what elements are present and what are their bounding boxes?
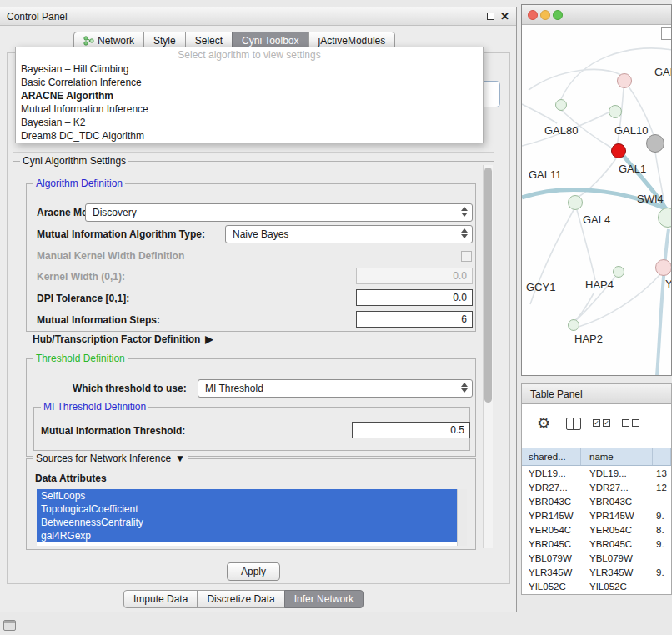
cell[interactable]: YPR145W — [522, 511, 581, 521]
aracne-mode-select[interactable]: Discovery — [85, 203, 473, 222]
columns-icon[interactable] — [566, 418, 581, 430]
hub-definition-label: Hub/Transcription Factor Definition — [33, 333, 200, 345]
node-label: GAL4 — [583, 213, 610, 226]
node[interactable] — [617, 73, 632, 88]
cell[interactable]: YLR345W — [581, 568, 653, 578]
cell[interactable]: YLR345W — [522, 568, 581, 578]
minimize-traffic-light[interactable] — [540, 10, 550, 20]
cell[interactable]: 9. — [653, 511, 671, 521]
column-header-partial[interactable] — [653, 448, 671, 465]
list-scrollbar[interactable] — [457, 489, 467, 546]
tab-discretize-data[interactable]: Discretize Data — [197, 590, 284, 608]
table-row[interactable]: YBR043CYBR043C — [522, 494, 671, 508]
panel-dock-icon[interactable] — [3, 620, 16, 631]
list-item[interactable]: gal4RGexp — [37, 529, 457, 542]
checkbox-checked-icon: ✓ — [603, 419, 610, 427]
sources-expander[interactable]: Sources for Network Inference ▼ — [33, 452, 188, 464]
dropdown-item[interactable]: Mutual Information Inference — [16, 102, 483, 116]
cell[interactable]: 9. — [653, 539, 671, 549]
mi-threshold-field[interactable]: 0.5 — [352, 422, 470, 438]
table-row[interactable]: YBR045CYBR045C9. — [522, 537, 671, 551]
node-label: GAL80 — [544, 124, 578, 137]
group-title: Algorithm Definition — [33, 178, 125, 189]
node[interactable] — [613, 266, 624, 278]
control-panel-window: Control Panel ✕ Network Style Select Cyn — [0, 7, 517, 612]
dropdown-item[interactable]: Bayesian – Hill Climbing — [16, 62, 483, 76]
kernel-width-field[interactable]: 0.0 — [356, 268, 473, 284]
apply-button[interactable]: Apply — [227, 562, 280, 581]
table-panel: ⚙ ✓ ✓ shared... name YDL19...YDL19...13 … — [521, 404, 672, 595]
cell[interactable]: YBR043C — [522, 497, 581, 507]
cell[interactable]: 12 — [653, 482, 671, 492]
tab-impute-data[interactable]: Impute Data — [123, 590, 198, 608]
sources-group: Sources for Network Inference ▼ Data Att… — [26, 458, 476, 550]
network-window-titlebar[interactable] — [522, 5, 671, 25]
zoom-traffic-light[interactable] — [553, 10, 563, 20]
list-item[interactable]: SelfLoops — [37, 489, 457, 502]
node[interactable] — [655, 259, 671, 276]
cell[interactable]: YER054C — [522, 525, 581, 535]
cell[interactable]: YBR043C — [581, 497, 653, 507]
dropdown-item-selected[interactable]: ARACNE Algorithm — [16, 89, 483, 102]
cell[interactable]: YBL079W — [522, 553, 581, 563]
control-panel-titlebar[interactable]: Control Panel ✕ — [0, 8, 516, 26]
cell[interactable]: YBR045C — [522, 539, 581, 549]
cell[interactable]: YBL079W — [581, 553, 653, 563]
settings-scrollbar[interactable] — [483, 165, 493, 548]
checked-boxes-icon[interactable]: ✓ ✓ — [593, 419, 610, 427]
cell[interactable]: YPR145W — [581, 511, 653, 521]
table-row[interactable]: YBL079WYBL079W — [522, 551, 671, 565]
node-label: GAL80 — [654, 66, 671, 78]
column-header-shared-name[interactable]: shared... — [522, 448, 581, 465]
table-row[interactable]: YDL19...YDL19...13 — [522, 466, 671, 480]
column-header-name[interactable]: name — [581, 448, 653, 465]
cell[interactable]: YDL19... — [522, 468, 581, 478]
dropdown-item[interactable]: Bayesian – K2 — [16, 116, 483, 129]
list-item[interactable]: TopologicalCoefficient — [37, 502, 457, 516]
mi-type-select[interactable]: Naive Bayes — [225, 225, 473, 243]
dpi-tolerance-field[interactable]: 0.0 — [356, 289, 473, 306]
cell[interactable]: YER054C — [581, 525, 653, 535]
hub-definition-expander[interactable]: Hub/Transcription Factor Definition ▶ — [33, 333, 213, 345]
node[interactable] — [609, 105, 622, 118]
scrollbar-thumb[interactable] — [484, 168, 492, 402]
table-row[interactable]: YER054CYER054C8. — [522, 522, 671, 537]
mi-steps-label: Mutual Information Steps: — [37, 314, 160, 326]
unchecked-boxes-icon[interactable] — [622, 419, 639, 427]
node[interactable] — [568, 319, 579, 331]
dropdown-item[interactable]: Dream8 DC_TDC Algorithm — [16, 129, 483, 142]
table-panel-header[interactable]: Table Panel — [521, 383, 672, 404]
cell[interactable]: YIL052C — [581, 582, 653, 592]
cell[interactable]: YDR27... — [522, 482, 581, 492]
node[interactable] — [555, 99, 567, 111]
cell[interactable]: YIL052C — [522, 582, 581, 592]
cell[interactable]: YBR045C — [581, 539, 653, 549]
cell[interactable]: 9. — [653, 568, 671, 578]
close-icon[interactable]: ✕ — [500, 12, 509, 21]
table-row[interactable]: YPR145WYPR145W9. — [522, 508, 671, 522]
node[interactable] — [646, 134, 664, 152]
tab-label: Discretize Data — [207, 591, 274, 608]
network-canvas[interactable]: GAL80 GAL10 GAL11 GAL1 SWI4 GAL4 GCY1 HA… — [522, 25, 671, 375]
dropdown-placeholder: Select algorithm to view settings — [16, 48, 483, 62]
list-item[interactable]: BetweennessCentrality — [37, 516, 457, 529]
canvas-corner-box — [661, 27, 671, 40]
algorithm-combobox-fragment[interactable] — [484, 81, 500, 108]
table-row[interactable]: YLR345WYLR345W9. — [522, 565, 671, 579]
table-row[interactable]: YIL052CYIL052C — [522, 579, 671, 593]
dropdown-item[interactable]: Basic Correlation Inference — [16, 76, 483, 89]
float-window-icon[interactable] — [487, 12, 494, 20]
which-threshold-select[interactable]: MI Threshold — [198, 379, 473, 398]
close-traffic-light[interactable] — [528, 10, 538, 20]
tab-infer-network[interactable]: Infer Network — [284, 590, 364, 608]
cell[interactable]: 8. — [653, 525, 671, 535]
mi-steps-field[interactable]: 6 — [356, 311, 473, 328]
node[interactable] — [568, 195, 583, 210]
cell[interactable]: YDL19... — [581, 468, 653, 478]
cell[interactable]: YDR27... — [581, 482, 653, 492]
cell[interactable]: 13 — [653, 468, 671, 478]
manual-kernel-checkbox[interactable] — [461, 251, 472, 262]
node-selected[interactable] — [611, 143, 626, 158]
table-row[interactable]: YDR27...YDR27...12 — [522, 480, 671, 494]
gear-icon[interactable]: ⚙ — [537, 414, 550, 432]
